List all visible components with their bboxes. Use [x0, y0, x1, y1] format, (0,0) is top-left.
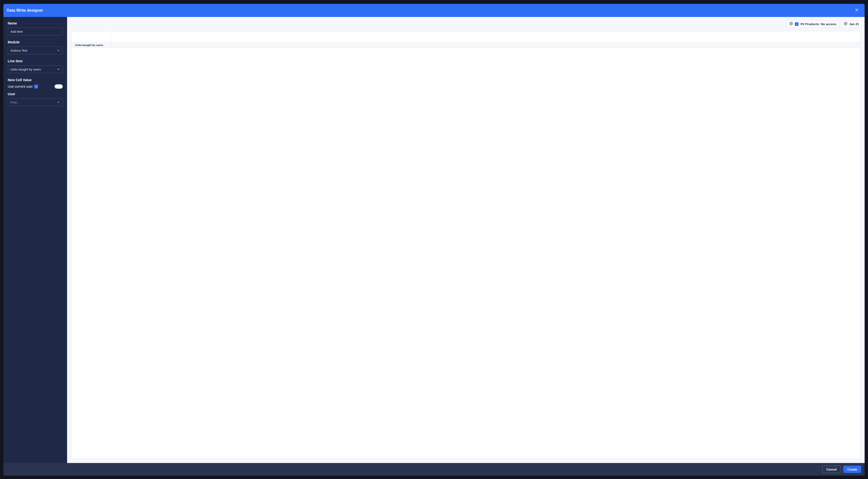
cancel-button[interactable]: Cancel: [822, 466, 841, 473]
svg-point-2: [791, 23, 792, 24]
context-bar: i P2 Products: No access Jan 21: [67, 17, 865, 31]
preview-content: i P2 Products: No access Jan 21 Units bo…: [67, 17, 865, 463]
module-select[interactable]: Actions Test: [8, 47, 63, 54]
grid-row: Units bought by users: [72, 42, 860, 48]
close-icon: [855, 8, 859, 13]
close-button[interactable]: [854, 7, 860, 14]
chevron-down-icon: [57, 68, 60, 71]
gear-icon: [789, 22, 793, 26]
access-selector-label: P2 Products: No access: [800, 22, 836, 26]
modal-body: Name Module Actions Test Line item Units…: [3, 17, 865, 463]
user-label: User: [8, 92, 63, 96]
period-selector-label: Jan 21: [849, 22, 859, 26]
access-selector[interactable]: i P2 Products: No access: [786, 20, 839, 28]
name-input-field[interactable]: [10, 28, 60, 35]
period-selector[interactable]: Jan 21: [841, 20, 862, 28]
lineitem-select-value: Units bought by users: [10, 68, 41, 71]
data-write-designer-modal: Data Write designer Name Module Actions …: [3, 4, 865, 476]
gear-icon: [844, 22, 847, 26]
use-current-user-row: Use current user i: [8, 84, 63, 89]
user-select-placeholder: Find...: [10, 100, 19, 104]
grid-corner-cell: [72, 31, 111, 42]
grid-row-header: Units bought by users: [72, 42, 111, 48]
info-icon: i: [795, 22, 799, 26]
chevron-down-icon: [57, 49, 60, 52]
grid-body: [72, 48, 860, 458]
module-select-value: Actions Test: [10, 49, 27, 52]
modal-header: Data Write designer: [3, 4, 865, 17]
name-input[interactable]: [8, 28, 63, 35]
sidebar-form: Name Module Actions Test Line item Units…: [3, 17, 67, 463]
newcell-label: New Cell Value: [8, 78, 63, 82]
use-current-user-label: Use current user: [8, 85, 33, 88]
name-label: Name: [8, 21, 63, 25]
modal-footer: Cancel Create: [3, 463, 865, 476]
use-current-user-toggle[interactable]: [55, 84, 63, 89]
lineitem-select[interactable]: Units bought by users: [8, 65, 63, 73]
module-label: Module: [8, 40, 63, 44]
lineitem-label: Line item: [8, 59, 63, 63]
preview-grid: Units bought by users: [71, 31, 860, 459]
grid-column-header-row: [72, 31, 860, 42]
create-button[interactable]: Create: [843, 466, 861, 473]
svg-point-3: [845, 23, 846, 24]
info-icon[interactable]: i: [34, 85, 38, 88]
toggle-knob: [55, 85, 58, 88]
chevron-down-icon: [57, 100, 60, 104]
modal-title: Data Write designer: [7, 8, 43, 12]
user-select[interactable]: Find...: [8, 98, 63, 106]
